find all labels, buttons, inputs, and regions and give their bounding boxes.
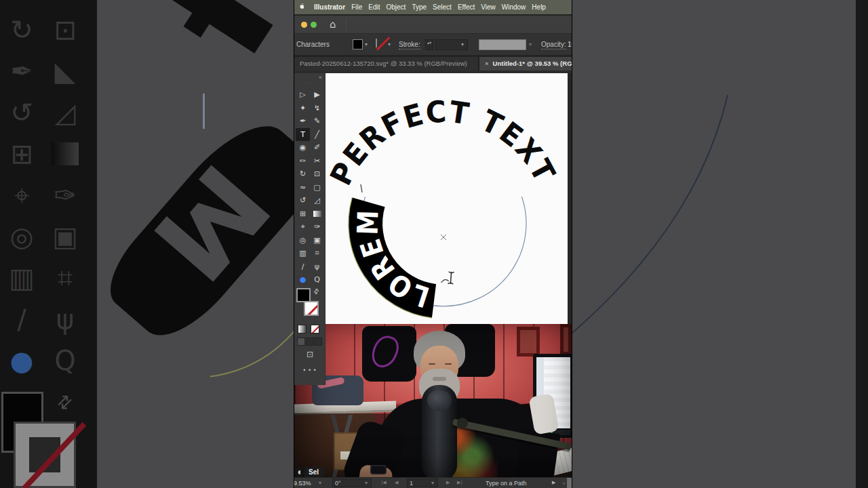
opacity-label[interactable]: Opacity: xyxy=(541,41,566,49)
eyedropper-tool[interactable]: ✑ xyxy=(310,220,324,234)
free-transform-tool[interactable]: ▢ xyxy=(310,181,324,195)
selection-hint-pill: ◖ Sel xyxy=(294,466,326,478)
gradient-tool[interactable] xyxy=(310,207,324,221)
tab-untitled-document[interactable]: ×Untitled-1* @ 39.53 % (RGB/Prev xyxy=(479,57,572,70)
opacity-value[interactable]: 100 xyxy=(568,41,572,48)
width-tool[interactable]: ≈ xyxy=(296,181,310,195)
shape-builder-tool[interactable]: ◎ xyxy=(296,234,310,247)
pen-tool[interactable]: ✒ xyxy=(296,115,310,128)
fill-swatch[interactable] xyxy=(296,288,311,302)
home-icon[interactable]: ⌂ xyxy=(330,18,336,30)
mesh-tool[interactable]: ⊞ xyxy=(296,207,310,221)
ellipse-tool[interactable]: ◉ xyxy=(296,141,310,155)
minimize-window-button[interactable] xyxy=(301,22,307,28)
first-artboard-button[interactable]: |◀ xyxy=(381,480,387,485)
background-perspective-grid-icon: ◿ xyxy=(46,94,84,131)
fill-color-swatch[interactable] xyxy=(353,39,363,49)
collapse-status-icon[interactable]: ‹ xyxy=(563,480,565,487)
tab-pasted-document[interactable]: Pasted-20250612-135720.svg* @ 33.33 % (R… xyxy=(294,57,479,70)
curvature-tool[interactable]: ✎ xyxy=(310,115,324,128)
pencil-tool[interactable]: ✏ xyxy=(296,155,310,168)
scale-tool[interactable]: ⊡ xyxy=(310,167,324,181)
chevron-down-icon[interactable]: ▾ xyxy=(365,41,368,47)
zoom-level-value[interactable]: 39.53% xyxy=(294,480,311,487)
play-icon[interactable]: ▶ xyxy=(552,480,555,485)
background-stroke-none-swatch xyxy=(14,422,76,488)
background-shape-builder-icon: ◎ xyxy=(3,218,41,256)
background-rotate-icon: ↻ xyxy=(3,11,41,49)
next-artboard-button[interactable]: ▶ xyxy=(446,480,450,485)
zoom-window-button[interactable] xyxy=(311,22,317,28)
zoom-tool[interactable]: Q xyxy=(310,273,324,287)
background-eyedropper-icon: ✑ xyxy=(46,176,84,214)
hand-tool[interactable]: ψ xyxy=(310,260,324,274)
artboard-tool[interactable]: ⌗ xyxy=(310,247,324,260)
perspective-grid-tool[interactable]: ◿ xyxy=(310,194,324,207)
stroke-color-swatch[interactable] xyxy=(376,39,377,47)
macos-menu-bar: Illustrator FileEditObjectTypeSelectEffe… xyxy=(294,0,572,16)
magic-wand-tool[interactable]: ✦ xyxy=(296,102,310,115)
background-edit-toolbar-icon: ● xyxy=(3,342,41,380)
width-profile-select[interactable] xyxy=(479,39,526,50)
edit-toolbar-button[interactable]: ● xyxy=(296,273,310,287)
background-free-transform-icon: ◣ xyxy=(46,52,84,90)
rotate-tool[interactable]: ↻ xyxy=(296,167,310,181)
screen-mode-icon[interactable]: ⊡ xyxy=(294,350,326,359)
previous-artboard-button[interactable]: ◀ xyxy=(395,480,398,485)
rotate-view-tool[interactable]: ↺ xyxy=(296,194,310,207)
paintbrush-tool[interactable]: ✐ xyxy=(310,141,324,155)
menu-item-edit[interactable]: Edit xyxy=(368,3,380,11)
path-center-mark xyxy=(441,235,446,240)
direct-selection-tool[interactable]: ▶ xyxy=(310,88,324,102)
lasso-tool[interactable]: ↯ xyxy=(310,102,324,115)
close-tab-icon[interactable]: × xyxy=(485,60,489,67)
chevron-down-icon[interactable]: ▾ xyxy=(388,41,391,47)
shaper-tool[interactable]: ⌖ xyxy=(296,220,310,234)
artboard-canvas[interactable]: PERFECT TEXT LOREM xyxy=(326,73,572,324)
screenshot-root: ↻⊡✒◣↺◿⊞⌖✑◎▣▥⌗∕ψ●Q ⇄ M Illustrator FileEd… xyxy=(0,0,868,488)
menu-item-type[interactable]: Type xyxy=(412,3,427,11)
curved-headline-text[interactable]: PERFECT TEXT xyxy=(326,94,563,191)
menu-item-effect[interactable]: Effect xyxy=(458,3,475,11)
status-bar: 39.53% ▾ 0° ▾ |◀ ◀ 1 ▾ ▶ ▶| Type on a Pa… xyxy=(294,477,572,488)
background-enlarged-canvas-left: M xyxy=(97,0,294,488)
last-artboard-button[interactable]: ▶| xyxy=(457,480,462,485)
menu-item-file[interactable]: File xyxy=(351,3,362,11)
chevron-down-icon[interactable]: ▾ xyxy=(431,480,434,486)
apple-logo-icon[interactable] xyxy=(300,3,307,12)
column-graph-tool[interactable]: ▥ xyxy=(296,247,310,260)
stroke-weight-stepper[interactable]: ▴▾ xyxy=(425,39,433,50)
chevron-down-icon[interactable]: ▾ xyxy=(365,480,368,486)
menu-item-help[interactable]: Help xyxy=(532,3,546,11)
scissors-tool[interactable]: ✂ xyxy=(310,155,324,168)
menu-item-view[interactable]: View xyxy=(481,3,496,11)
drawing-mode-buttons[interactable] xyxy=(297,338,323,346)
line-segment-tool[interactable]: ╱ xyxy=(310,128,324,142)
menu-item-object[interactable]: Object xyxy=(386,3,406,11)
path-start-tick xyxy=(361,184,362,192)
menu-item-select[interactable]: Select xyxy=(433,3,452,11)
symbol-sprayer-tool[interactable]: ▣ xyxy=(310,234,324,247)
artwork: PERFECT TEXT LOREM xyxy=(326,73,572,324)
slice-tool[interactable]: ∕ xyxy=(296,260,310,274)
gradient-button[interactable] xyxy=(298,325,307,333)
selection-tool[interactable]: ▷ xyxy=(296,88,310,102)
panel-grip-dots[interactable]: ····· xyxy=(294,80,326,86)
menu-items: FileEditObjectTypeSelectEffectViewWindow… xyxy=(351,3,552,11)
menu-item-illustrator[interactable]: Illustrator xyxy=(314,3,345,11)
characters-label: Characters xyxy=(296,41,330,48)
chevron-down-icon[interactable]: ▾ xyxy=(319,480,321,486)
more-tools-icon[interactable]: • • • xyxy=(294,367,326,373)
swap-fill-stroke-icon[interactable]: ⇄ xyxy=(311,287,321,296)
none-button[interactable] xyxy=(311,325,319,333)
background-right-edge-strip xyxy=(856,0,868,488)
type-tool[interactable]: T xyxy=(296,128,310,142)
pasteboard-edge xyxy=(568,73,572,324)
menu-item-window[interactable]: Window xyxy=(502,3,526,11)
tool-grid: ▷▶✦↯✒✎T╱◉✐✏✂↻⊡≈▢↺◿⊞⌖✑◎▣▥⌗∕ψ●Q xyxy=(296,88,324,287)
chevron-down-icon[interactable]: ▾ xyxy=(529,41,532,47)
stroke-label[interactable]: Stroke: xyxy=(399,41,420,49)
stroke-none-swatch[interactable] xyxy=(304,301,319,316)
background-artboard-icon: ⌗ xyxy=(46,259,84,297)
chevron-down-icon[interactable]: ▾ xyxy=(461,41,464,47)
